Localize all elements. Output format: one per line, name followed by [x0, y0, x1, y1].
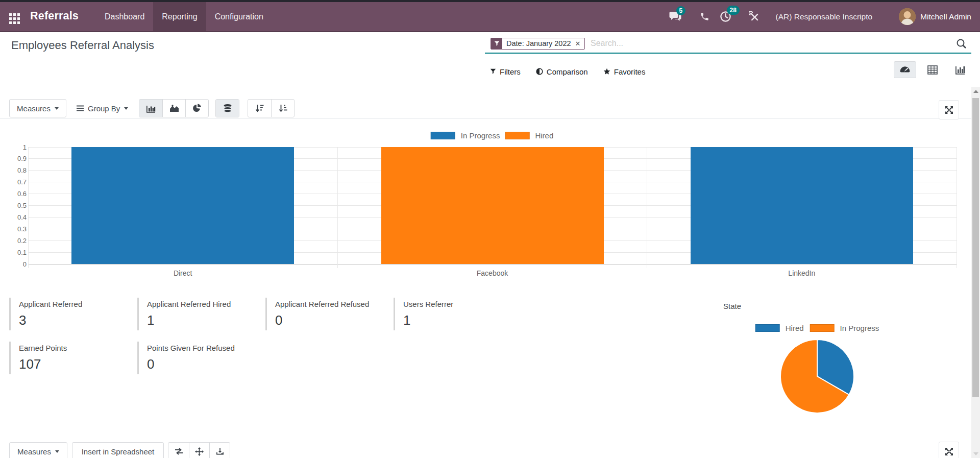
expand-pivot-button[interactable]	[939, 442, 959, 458]
stacked-button[interactable]	[216, 100, 239, 117]
x-axis-labels: DirectFacebookLinkedIn	[28, 269, 957, 278]
search-icon[interactable]	[956, 38, 967, 50]
apps-grid-icon[interactable]	[9, 13, 20, 24]
pie-chart-legend: HiredIn Progress	[755, 324, 879, 332]
search-input[interactable]: Search...	[591, 39, 623, 48]
bar-direct-in-progress[interactable]	[71, 147, 294, 264]
filter-facet-icon	[491, 38, 502, 49]
legend-label: In Progress	[840, 324, 879, 332]
kpi-value: 1	[147, 314, 260, 327]
control-panel: Employees Referral Analysis Date: Januar…	[0, 32, 980, 86]
bars-icon	[77, 105, 84, 111]
favorites-button[interactable]: Favorites	[603, 67, 646, 76]
messages-badge: 5	[676, 6, 686, 15]
menu-item-configuration[interactable]: Configuration	[206, 2, 272, 31]
tools-icon[interactable]	[749, 11, 760, 22]
y-tick-label: 0.7	[0, 179, 27, 185]
stacked-toggle-group	[215, 99, 239, 117]
y-tick-label: 0.5	[0, 202, 27, 209]
view-dashboard-button[interactable]	[894, 61, 916, 78]
y-tick-label: 0.4	[0, 214, 27, 221]
insert-in-spreadsheet-button[interactable]: Insert in Spreadsheet	[72, 442, 164, 458]
kpi-value: 3	[19, 314, 132, 327]
legend-item[interactable]: Hired	[755, 324, 804, 332]
caret-down-icon	[55, 450, 59, 453]
company-name[interactable]: (AR) Responsable Inscripto	[776, 12, 873, 21]
app-menu: DashboardReportingConfiguration	[96, 2, 272, 31]
search-facet[interactable]: Date: January 2022 ✕	[491, 38, 585, 50]
kpi-value: 0	[275, 314, 388, 327]
y-tick-label: 0.9	[0, 155, 27, 162]
pivot-measures-button[interactable]: Measures	[9, 442, 67, 458]
bar-facebook-hired[interactable]	[381, 147, 604, 264]
bar-chart-plot	[28, 147, 957, 264]
sort-descending-button[interactable]	[248, 100, 271, 117]
pivot-tools-group	[168, 442, 230, 458]
filters-button[interactable]: Filters	[490, 67, 521, 76]
group-by-button[interactable]: Group By	[77, 99, 128, 117]
view-graph-button[interactable]	[949, 61, 971, 78]
scrollbar-up-arrow[interactable]	[973, 90, 978, 93]
kpi-value: 0	[147, 357, 260, 371]
legend-swatch	[810, 324, 835, 332]
legend-item[interactable]: In Progress	[810, 324, 879, 332]
legend-item[interactable]: In Progress	[431, 131, 500, 140]
kpi-applicant-referred-refused: Applicant Referred Refused 0	[265, 298, 388, 330]
area-chart-button[interactable]	[162, 100, 185, 117]
divider	[0, 118, 971, 118]
y-tick-label: 0.6	[0, 190, 27, 197]
legend-label: Hired	[786, 324, 804, 332]
expand-all-button[interactable]	[189, 443, 209, 458]
sort-ascending-button[interactable]	[271, 100, 294, 117]
legend-item[interactable]: Hired	[505, 131, 553, 140]
phone-icon[interactable]	[700, 12, 709, 21]
comparison-label: Comparison	[547, 67, 588, 76]
kpi-value: 1	[403, 314, 516, 327]
scrollbar[interactable]	[971, 87, 980, 458]
graph-measures-label: Measures	[17, 104, 51, 113]
comparison-button[interactable]: Comparison	[536, 67, 588, 76]
activities-clock-icon[interactable]: 28	[720, 11, 731, 22]
caret-down-icon	[55, 107, 59, 110]
flip-axis-button[interactable]	[168, 443, 189, 458]
activities-badge: 28	[727, 6, 740, 15]
top-navbar: Referrals DashboardReportingConfiguratio…	[0, 2, 980, 32]
x-tick-label: Direct	[174, 269, 192, 277]
gridline	[957, 147, 957, 268]
y-tick-label: 1	[0, 144, 27, 151]
y-tick-label: 0	[0, 261, 27, 268]
messages-icon[interactable]: 5	[669, 11, 682, 22]
bar-chart-button[interactable]	[139, 100, 162, 117]
search-bar[interactable]: Date: January 2022 ✕ Search...	[485, 36, 971, 54]
expand-graph-button[interactable]	[939, 100, 959, 119]
kpi-points-given-refused: Points Given For Refused 0	[137, 342, 260, 374]
kpi-label: Earned Points	[19, 344, 132, 352]
download-button[interactable]	[209, 443, 230, 458]
systray: 5 28 (AR) Responsable Inscripto Mitchell…	[669, 2, 971, 31]
kpi-applicant-referred: Applicant Referred 3	[9, 298, 132, 330]
y-tick-label: 0.8	[0, 167, 27, 174]
legend-label: In Progress	[461, 131, 500, 140]
menu-item-dashboard[interactable]: Dashboard	[96, 2, 153, 31]
view-pivot-button[interactable]	[921, 61, 944, 78]
filters-label: Filters	[500, 67, 521, 76]
menu-item-reporting[interactable]: Reporting	[153, 2, 206, 31]
caret-down-icon	[124, 107, 128, 110]
kpi-label: Points Given For Refused	[147, 344, 260, 352]
group-by-label: Group By	[88, 104, 120, 113]
facet-remove-icon[interactable]: ✕	[575, 38, 585, 49]
kpi-label: Users Referrer	[403, 300, 516, 308]
gridline	[28, 147, 29, 268]
user-name[interactable]: Mitchell Admin	[920, 12, 971, 21]
bar-linkedin-in-progress[interactable]	[691, 147, 913, 264]
legend-swatch	[431, 132, 455, 139]
kpi-earned-points: Earned Points 107	[9, 342, 132, 374]
scrollbar-down-arrow[interactable]	[973, 452, 978, 455]
avatar[interactable]	[899, 8, 916, 25]
scrollbar-thumb[interactable]	[972, 98, 979, 397]
page-title: Employees Referral Analysis	[11, 39, 154, 52]
app-name[interactable]: Referrals	[30, 10, 79, 22]
kpi-label: Applicant Referred Hired	[147, 300, 260, 308]
graph-measures-button[interactable]: Measures	[9, 99, 66, 117]
pie-chart-button[interactable]	[185, 100, 208, 117]
